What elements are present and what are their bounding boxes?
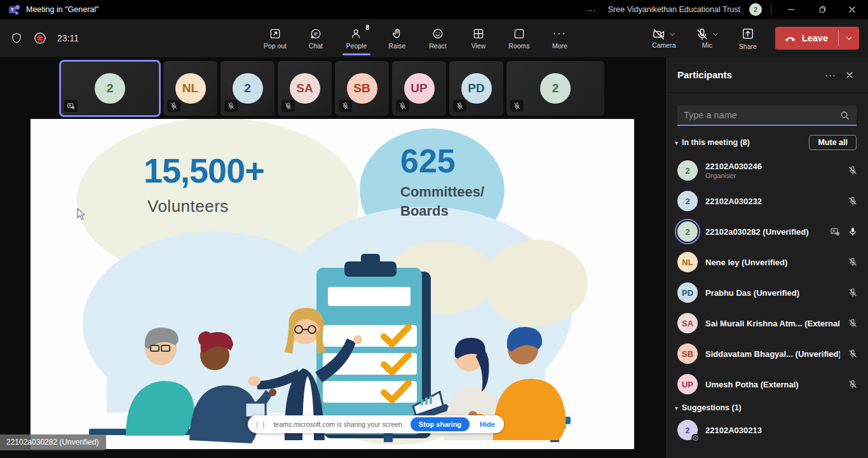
participants-more-icon[interactable]: ···	[821, 66, 840, 85]
more-dots-icon: ···	[553, 27, 567, 40]
participant-name: Prabhu Das (Unverified)	[705, 288, 840, 298]
maximize-button[interactable]	[811, 0, 832, 19]
volunteers-value: 15,500+	[144, 151, 264, 190]
view-grid-icon	[472, 27, 485, 40]
mic-chevron-icon[interactable]	[712, 31, 719, 38]
pause-bars-icon: ❘❘	[254, 420, 267, 429]
volunteers-stat: 15,500+ Volunteers	[144, 151, 264, 216]
raise-hand-button[interactable]: Raise	[379, 21, 415, 55]
close-panel-icon[interactable]	[840, 66, 859, 85]
video-tile[interactable]: SB	[335, 61, 389, 116]
view-button[interactable]: View	[461, 21, 496, 55]
react-button[interactable]: React	[420, 21, 456, 55]
muted-mic-icon	[848, 196, 858, 206]
muted-mic-icon	[848, 257, 858, 267]
participants-panel: Participants ··· ▾ In this meeting (8) M…	[666, 57, 868, 458]
window-title: Meeting in "General"	[26, 5, 99, 14]
hide-banner-link[interactable]: Hide	[476, 420, 499, 428]
participant-row[interactable]: NL Nene ley (Unverified)	[666, 247, 868, 277]
in-meeting-section-header[interactable]: ▾ In this meeting (8) Mute all	[675, 135, 857, 150]
minimize-button[interactable]	[780, 0, 802, 19]
video-strip: 2 NL 2 SA SB UP	[0, 57, 666, 119]
video-tile[interactable]: UP	[392, 61, 446, 116]
participant-name: Siddavatam Bhagyal... (Unverified)	[705, 349, 840, 359]
avatar: PD	[461, 73, 492, 104]
muted-mic-icon	[510, 100, 524, 112]
avatar: SA	[677, 313, 698, 333]
org-avatar[interactable]: 2	[749, 3, 762, 16]
participant-name: 22102A030232	[705, 197, 840, 206]
participant-row[interactable]: UP Umesh Potha (External)	[666, 369, 868, 399]
participant-row[interactable]: 2 22102A030246 Organiser	[666, 155, 868, 186]
raise-hand-icon	[391, 27, 403, 40]
participant-row[interactable]: PD Prabhu Das (Unverified)	[666, 277, 868, 308]
avatar: 2	[677, 160, 698, 181]
react-smiley-icon	[431, 27, 444, 40]
camera-off-icon	[652, 27, 666, 41]
mic-button[interactable]: Mic	[688, 27, 727, 49]
muted-mic-icon	[339, 100, 352, 112]
participant-search[interactable]	[677, 106, 857, 126]
panel-divider	[666, 92, 868, 93]
participant-row[interactable]: SB Siddavatam Bhagyal... (Unverified)	[666, 338, 868, 369]
pop-out-icon	[269, 27, 281, 40]
suggestion-row[interactable]: 2 22102A030213	[666, 415, 868, 445]
close-window-button[interactable]	[841, 0, 863, 19]
shared-screen: 15,500+ Volunteers 625 Committees/ Board…	[31, 119, 634, 449]
avatar: 2	[540, 73, 571, 104]
participants-title: Participants	[677, 69, 821, 80]
participant-role: Organiser	[705, 172, 840, 179]
camera-chevron-icon[interactable]	[668, 31, 676, 38]
rooms-icon	[513, 27, 526, 40]
share-banner-message: teams.microsoft.com is sharing your scre…	[273, 420, 403, 428]
rooms-button[interactable]: Rooms	[501, 21, 537, 55]
muted-mic-icon	[224, 100, 238, 112]
video-tile[interactable]: PD	[449, 61, 503, 116]
share-button[interactable]: Share	[731, 27, 765, 50]
mouse-cursor	[76, 208, 85, 221]
participant-name: Sai Murali Krishna Atm... (External)	[705, 319, 840, 328]
committees-label: Committees/ Boards	[400, 183, 484, 220]
suggestions-section-header[interactable]: ▾ Suggestions (1)	[675, 403, 857, 412]
video-tile[interactable]: NL	[163, 61, 217, 116]
video-tile[interactable]: SA	[278, 61, 332, 116]
pop-out-button[interactable]: Pop out	[257, 21, 293, 55]
participant-row-self[interactable]: 2 22102a030282 (Unverified)	[666, 216, 868, 247]
leave-button[interactable]: Leave	[775, 27, 859, 50]
people-icon	[350, 27, 363, 40]
volunteers-label: Volunteers	[147, 197, 264, 216]
participant-row[interactable]: SA Sai Murali Krishna Atm... (External)	[666, 308, 868, 338]
titlebar-overflow-icon[interactable]: ···	[584, 5, 599, 15]
participant-row[interactable]: 2 22102A030232	[666, 186, 868, 216]
video-tile-self[interactable]: 2	[60, 61, 159, 116]
org-name: Sree Vidyanikethan Educational Trust	[608, 5, 740, 14]
mic-off-icon	[695, 27, 709, 41]
video-tile[interactable]: 2	[506, 61, 604, 116]
video-tile[interactable]: 2	[220, 61, 275, 116]
stop-sharing-button[interactable]: Stop sharing	[410, 417, 470, 431]
muted-mic-icon	[281, 100, 295, 112]
recording-indicator-icon	[34, 32, 46, 44]
mute-all-button[interactable]: Mute all	[809, 135, 857, 150]
participant-list: 2 22102A030246 Organiser 2 22102A030232 …	[666, 155, 868, 399]
search-input[interactable]	[684, 110, 839, 120]
avatar: SB	[347, 73, 377, 104]
more-button[interactable]: ··· More	[542, 21, 578, 55]
muted-mic-icon	[848, 349, 858, 359]
muted-mic-icon	[396, 100, 409, 112]
muted-mic-icon	[453, 100, 466, 112]
people-button[interactable]: 8 People	[339, 21, 374, 55]
chat-icon	[309, 27, 322, 40]
chat-button[interactable]: Chat	[298, 21, 334, 55]
avatar: NL	[175, 73, 206, 104]
committees-stat: 625 Committees/ Boards	[400, 142, 484, 220]
share-tray-icon	[741, 27, 755, 41]
leave-options-chevron[interactable]	[839, 34, 859, 43]
muted-mic-icon	[167, 100, 180, 112]
title-bar: T Meeting in "General" ··· Sree Vidyanik…	[0, 0, 868, 19]
muted-mic-icon	[848, 165, 858, 176]
teams-meeting-window: T Meeting in "General" ··· Sree Vidyanik…	[0, 0, 868, 458]
committees-value: 625	[400, 142, 484, 180]
people-count-badge: 8	[365, 24, 369, 31]
camera-button[interactable]: Camera	[644, 27, 684, 49]
